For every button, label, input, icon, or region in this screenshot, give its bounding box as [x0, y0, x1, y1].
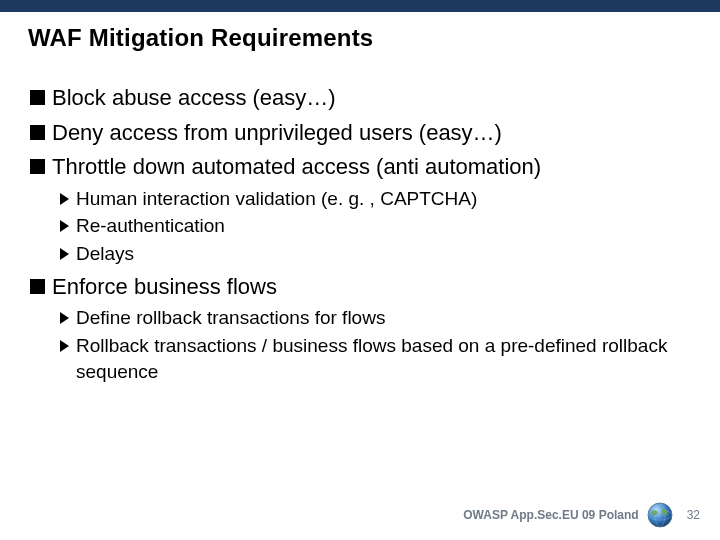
arrow-bullet-icon — [60, 340, 70, 352]
square-bullet-icon — [30, 90, 45, 105]
list-item: Define rollback transactions for flows — [60, 305, 690, 331]
bullet-text: Human interaction validation (e. g. , CA… — [76, 186, 477, 212]
bullet-text: Delays — [76, 241, 134, 267]
bullet-text: Deny access from unprivileged users (eas… — [52, 119, 502, 148]
svg-marker-0 — [60, 193, 69, 205]
footer: OWASP App.Sec.EU 09 Poland 32 — [463, 502, 700, 528]
svg-marker-2 — [60, 248, 69, 260]
bullet-text: Block abuse access (easy…) — [52, 84, 336, 113]
list-item: Throttle down automated access (anti aut… — [30, 153, 690, 182]
list-item: Deny access from unprivileged users (eas… — [30, 119, 690, 148]
arrow-bullet-icon — [60, 220, 70, 232]
bullet-text: Define rollback transactions for flows — [76, 305, 385, 331]
list-item: Human interaction validation (e. g. , CA… — [60, 186, 690, 212]
footer-text: OWASP App.Sec.EU 09 Poland — [463, 508, 638, 522]
svg-point-5 — [648, 503, 672, 527]
bullet-text: Enforce business flows — [52, 273, 277, 302]
arrow-bullet-icon — [60, 312, 70, 324]
list-item: Block abuse access (easy…) — [30, 84, 690, 113]
page-number: 32 — [687, 508, 700, 522]
slide-title: WAF Mitigation Requirements — [28, 24, 373, 52]
square-bullet-icon — [30, 279, 45, 294]
bullet-text: Re-authentication — [76, 213, 225, 239]
svg-marker-3 — [60, 312, 69, 324]
list-item: Rollback transactions / business flows b… — [60, 333, 690, 384]
arrow-bullet-icon — [60, 248, 70, 260]
list-item: Enforce business flows — [30, 273, 690, 302]
content-body: Block abuse access (easy…) Deny access f… — [30, 78, 690, 388]
list-item: Delays — [60, 241, 690, 267]
slide: WAF Mitigation Requirements Block abuse … — [0, 0, 720, 540]
sublist: Define rollback transactions for flows R… — [60, 305, 690, 384]
square-bullet-icon — [30, 125, 45, 140]
globe-icon — [647, 502, 673, 528]
bullet-text: Rollback transactions / business flows b… — [76, 333, 690, 384]
header-bar — [0, 0, 720, 12]
arrow-bullet-icon — [60, 193, 70, 205]
square-bullet-icon — [30, 159, 45, 174]
list-item: Re-authentication — [60, 213, 690, 239]
svg-marker-1 — [60, 220, 69, 232]
sublist: Human interaction validation (e. g. , CA… — [60, 186, 690, 267]
bullet-text: Throttle down automated access (anti aut… — [52, 153, 541, 182]
svg-marker-4 — [60, 340, 69, 352]
